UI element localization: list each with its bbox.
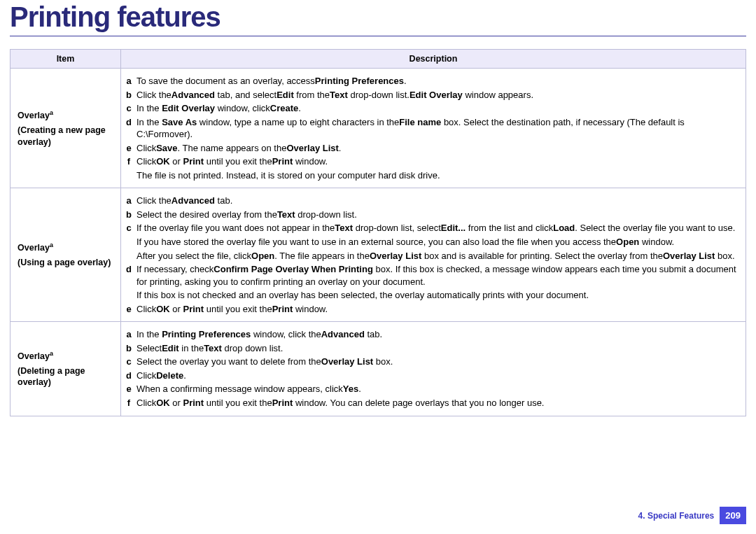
step-text-continuation: After you select the file, clickOpen. Th… [136,250,741,262]
item-title: Overlay [18,351,50,361]
step-marker: b [124,342,136,355]
step-item: dClickDelete. [124,369,741,383]
item-subtitle: (Creating a new page overlay) [18,125,116,148]
step-item: bSelectEdit in theText drop down list. [124,342,741,356]
step-item: cIf the overlay file you want does not a… [124,221,741,235]
step-marker: d [124,263,136,288]
col-header-description: Description [121,50,746,69]
title-rule [10,36,746,36]
step-item: dIn the Save As window, type a name up t… [124,115,741,141]
step-item: If this box is not checked and an overla… [124,288,741,302]
step-marker: d [124,370,136,382]
step-item: eClickSave. The name appears on theOverl… [124,141,741,155]
step-text-continuation: The file is not printed. Instead, it is … [136,169,741,182]
step-marker: e [124,383,136,395]
table-row: Overlaya(Using a page overlay)aClick the… [10,188,746,322]
step-text: Click theAdvanced tab. [136,195,741,207]
step-marker: f [124,397,136,409]
footer-page-number: 209 [720,507,746,524]
step-text: Select the overlay you want to delete fr… [136,356,741,368]
item-superscript: a [50,109,53,116]
step-text: ClickOK or Print until you exit thePrint… [136,397,741,409]
step-item: cSelect the overlay you want to delete f… [124,355,741,369]
item-title: Overlay [18,244,50,253]
description-cell: aTo save the document as an overlay, acc… [121,69,746,188]
step-marker: c [124,356,136,368]
step-item: eWhen a confirming message window appear… [124,382,741,396]
step-list: aClick theAdvanced tab.bSelect the desir… [124,194,741,316]
step-text: If the overlay file you want does not ap… [136,222,741,234]
step-item: fClickOK or Print until you exit thePrin… [124,155,741,169]
item-subtitle: (Using a page overlay) [18,257,116,269]
step-marker: c [124,102,136,115]
step-text: To save the document as an overlay, acce… [136,75,741,87]
item-superscript: a [50,350,53,357]
description-cell: aIn the Printing Preferences window, cli… [121,322,746,416]
step-marker: b [124,209,136,221]
step-marker: f [124,155,136,168]
description-cell: aClick theAdvanced tab.bSelect the desir… [121,188,746,322]
col-header-item: Item [10,50,121,69]
step-marker: b [124,89,136,101]
step-text: ClickDelete. [136,370,741,382]
step-text-continuation: If this box is not checked and an overla… [136,289,741,302]
step-item: dIf necessary, checkConfirm Page Overlay… [124,262,741,288]
step-item: If you have stored the overlay file you … [124,235,741,249]
step-item: bClick theAdvanced tab, and selectEdit f… [124,88,741,102]
step-marker: e [124,142,136,155]
step-marker: c [124,222,136,234]
step-text: ClickOK or Print until you exit thePrint… [136,303,741,316]
item-superscript: a [50,241,53,248]
step-item: fClickOK or Print until you exit thePrin… [124,396,741,410]
step-text: Click theAdvanced tab, and selectEdit fr… [136,89,741,101]
step-item: aTo save the document as an overlay, acc… [124,74,741,88]
features-table: Item Description Overlaya(Creating a new… [10,49,746,416]
item-subtitle: (Deleting a page overlay) [18,365,116,389]
step-text: When a confirming message window appears… [136,383,741,395]
item-cell: Overlaya(Using a page overlay) [10,188,121,322]
step-marker: d [124,116,136,141]
step-text: SelectEdit in theText drop down list. [136,342,741,355]
step-marker: a [124,75,136,87]
page-title: Printing features [0,0,756,36]
step-item: cIn the Edit Overlay window, clickCreate… [124,101,741,115]
step-text: If necessary, checkConfirm Page Overlay … [136,263,741,288]
step-text: ClickSave. The name appears on theOverla… [136,142,741,155]
step-item: bSelect the desired overlay from theText… [124,208,741,222]
step-text: Select the desired overlay from theText … [136,209,741,221]
page-footer: 4. Special Features 209 [638,507,746,524]
footer-chapter: 4. Special Features [638,511,715,521]
item-title: Overlay [18,111,50,120]
step-text: ClickOK or Print until you exit thePrint… [136,155,741,168]
step-text: In the Printing Preferences window, clic… [136,328,741,341]
step-item: aIn the Printing Preferences window, cli… [124,328,741,342]
step-text: In the Save As window, type a name up to… [136,116,741,141]
step-item: aClick theAdvanced tab. [124,194,741,208]
step-text: In the Edit Overlay window, clickCreate. [136,102,741,115]
table-row: Overlaya(Creating a new page overlay)aTo… [10,69,746,188]
step-text-continuation: If you have stored the overlay file you … [136,236,741,248]
step-list: aTo save the document as an overlay, acc… [124,74,741,182]
step-item: After you select the file, clickOpen. Th… [124,249,741,263]
step-item: The file is not printed. Instead, it is … [124,169,741,183]
step-marker: a [124,328,136,341]
step-item: eClickOK or Print until you exit thePrin… [124,302,741,316]
table-row: Overlaya(Deleting a page overlay)aIn the… [10,322,746,416]
step-marker: e [124,303,136,316]
item-cell: Overlaya(Creating a new page overlay) [10,69,121,188]
item-cell: Overlaya(Deleting a page overlay) [10,322,121,416]
step-marker: a [124,195,136,207]
step-list: aIn the Printing Preferences window, cli… [124,328,741,409]
